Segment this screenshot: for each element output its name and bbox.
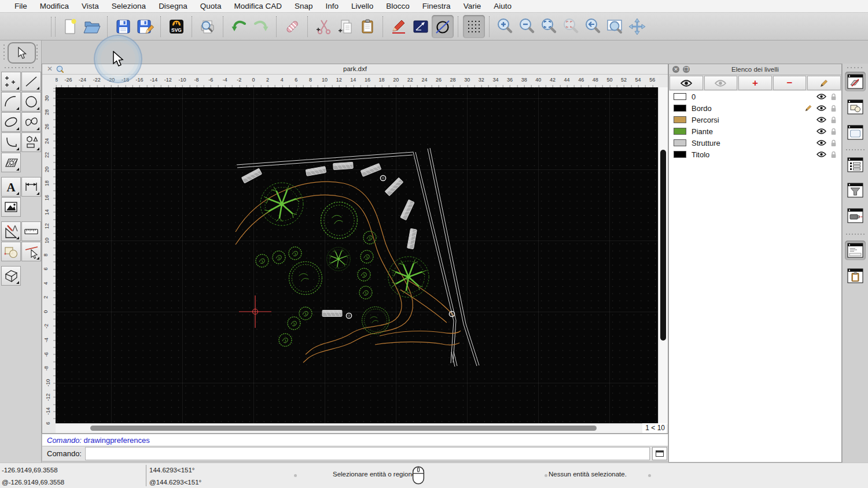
zoom-out-button[interactable] <box>516 15 538 38</box>
command-detach-button[interactable] <box>652 447 667 460</box>
spline-tool-button[interactable] <box>21 112 41 132</box>
horizontal-scrollbar[interactable] <box>56 423 644 433</box>
horizontal-scrollbar-thumb[interactable] <box>90 426 597 431</box>
layer-row-bordo[interactable]: Bordo <box>669 102 841 114</box>
layer-row-0[interactable]: 0 <box>669 91 841 102</box>
menu-quota[interactable]: Quota <box>194 2 228 10</box>
paste-button[interactable] <box>356 15 378 38</box>
polyline-tool-button[interactable] <box>1 132 21 152</box>
layer-list-panel-button[interactable] <box>845 72 866 91</box>
palette-drag-handle[interactable] <box>3 45 5 60</box>
palette-drag-handle[interactable] <box>36 45 38 60</box>
modify-tool-button[interactable] <box>1 242 21 261</box>
angle-tool-button[interactable] <box>410 15 432 38</box>
measure-tool-button[interactable] <box>21 221 41 241</box>
menu-snap[interactable]: Snap <box>288 2 319 10</box>
image-tool-button[interactable] <box>1 197 21 217</box>
show-all-layers-button[interactable] <box>670 76 703 90</box>
menu-modifica-cad[interactable]: Modifica CAD <box>227 2 288 10</box>
dock-drag-handle[interactable] <box>847 67 865 68</box>
text-tool-button[interactable]: A <box>1 177 21 197</box>
save-button[interactable] <box>112 15 134 38</box>
svg-export-button[interactable]: SVG <box>165 15 187 38</box>
circle-tool-button[interactable] <box>21 92 41 112</box>
save-as-button[interactable] <box>134 15 156 38</box>
arc-tool-button[interactable] <box>1 92 21 112</box>
layer-row-percorsi[interactable]: Percorsi <box>669 114 841 125</box>
menu-disegna[interactable]: Disegna <box>152 2 194 10</box>
layer-visible-eye-icon[interactable] <box>816 105 826 111</box>
construction-circle-button[interactable] <box>432 15 454 38</box>
layer-visible-eye-icon[interactable] <box>816 140 826 146</box>
points-tool-button[interactable] <box>1 72 21 91</box>
zoom-window-button[interactable] <box>604 15 626 38</box>
vertical-scrollbar[interactable] <box>658 87 668 424</box>
drawing-canvas[interactable] <box>56 87 659 424</box>
auto-zoom-button[interactable] <box>538 15 560 38</box>
eraser-button[interactable] <box>281 15 303 38</box>
layer-row-titolo[interactable]: Titolo <box>669 149 841 160</box>
line-tool-button[interactable] <box>21 72 41 91</box>
menu-livello[interactable]: Livello <box>345 2 380 10</box>
solid-3d-tool-button[interactable] <box>1 266 21 286</box>
layer-row-strutture[interactable]: Strutture <box>669 137 841 149</box>
layer-visible-eye-icon[interactable] <box>816 151 826 157</box>
zoom-in-button[interactable] <box>494 15 516 38</box>
ellipse-tool-button[interactable] <box>1 112 21 132</box>
hide-all-layers-button[interactable] <box>704 76 738 90</box>
hatch-tool-button[interactable] <box>1 153 21 172</box>
layer-lock-icon[interactable] <box>830 139 837 147</box>
cut-button[interactable] <box>312 15 334 38</box>
copy-button[interactable] <box>334 15 356 38</box>
pan-button[interactable] <box>626 15 648 38</box>
open-file-button[interactable] <box>81 15 103 38</box>
toolbar-drag-handle[interactable] <box>51 17 56 36</box>
trim-tool-button[interactable] <box>21 242 41 261</box>
undo-button[interactable] <box>228 15 250 38</box>
redo-button[interactable] <box>250 15 272 38</box>
layer-visible-eye-icon[interactable] <box>816 117 826 123</box>
menu-blocco[interactable]: Blocco <box>380 2 416 10</box>
shapes-tool-button[interactable] <box>21 132 41 152</box>
previous-view-button[interactable] <box>582 15 604 38</box>
view-list-panel-button[interactable] <box>845 123 866 142</box>
ruler-label: -6 <box>208 77 213 83</box>
layer-row-piante[interactable]: Piante <box>669 125 841 137</box>
menu-varie[interactable]: Varie <box>457 2 488 10</box>
block-list-panel-button[interactable] <box>845 97 866 117</box>
selection-filter-panel-button[interactable] <box>845 180 866 200</box>
menu-modifica[interactable]: Modifica <box>34 2 75 10</box>
dimension-tool-button[interactable] <box>21 177 41 197</box>
menu-file[interactable]: File <box>8 2 34 10</box>
drafting-tools-button[interactable] <box>1 221 21 241</box>
layer-lock-icon[interactable] <box>830 116 837 124</box>
grid-toggle-button[interactable] <box>463 15 485 38</box>
vertical-scrollbar-thumb[interactable] <box>660 150 666 341</box>
command-input[interactable] <box>85 447 650 460</box>
library-browser-panel-button[interactable] <box>845 206 866 225</box>
layer-lock-icon[interactable] <box>830 128 837 135</box>
menu-seleziona[interactable]: Seleziona <box>105 2 152 10</box>
add-layer-button[interactable]: + <box>738 76 772 90</box>
layers-panel-header[interactable]: ✕ ❐ Elenco dei livelli <box>669 64 841 75</box>
menu-vista[interactable]: Vista <box>75 2 105 10</box>
zoom-selection-button[interactable] <box>560 15 582 38</box>
layer-lock-icon[interactable] <box>830 151 837 158</box>
layer-visible-eye-icon[interactable] <box>816 94 826 99</box>
menu-finestra[interactable]: Finestra <box>416 2 457 10</box>
property-editor-panel-button[interactable] <box>845 155 866 175</box>
layer-lock-icon[interactable] <box>830 105 837 112</box>
layer-lock-icon[interactable] <box>830 93 837 101</box>
menu-info[interactable]: Info <box>319 2 345 10</box>
new-file-button[interactable] <box>59 15 81 38</box>
remove-layer-button[interactable]: − <box>773 76 807 90</box>
menu-aiuto[interactable]: Aiuto <box>487 2 518 10</box>
print-preview-button[interactable] <box>197 15 219 38</box>
clipboard-panel-button[interactable] <box>845 266 866 286</box>
layer-visible-eye-icon[interactable] <box>816 128 826 134</box>
edit-layer-button[interactable] <box>807 76 841 90</box>
draw-pencil-button[interactable] <box>388 15 410 38</box>
selection-tool-button[interactable] <box>8 42 36 64</box>
document-titlebar[interactable]: ✕ park.dxf <box>42 64 668 75</box>
command-line-panel-button[interactable] <box>845 241 866 260</box>
